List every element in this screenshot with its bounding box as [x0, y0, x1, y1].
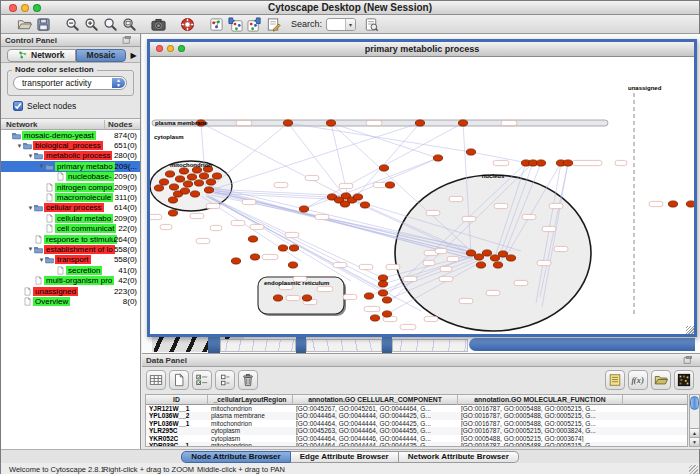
network-edge[interactable] — [331, 123, 438, 158]
search-dropdown-arrow-icon[interactable]: ▾ — [345, 19, 355, 30]
column-header-2[interactable]: annotation.GO CELLULAR_COMPONENT — [293, 395, 458, 405]
network-node[interactable] — [490, 255, 499, 261]
search-input[interactable]: ▾ — [326, 18, 356, 31]
network-edge[interactable] — [288, 123, 346, 198]
save-session-icon[interactable] — [35, 16, 52, 33]
scroll-down-button[interactable]: ▼ — [690, 437, 699, 446]
column-header-3[interactable]: annotation.GO MOLECULAR_FUNCTION — [458, 395, 623, 405]
open-session-icon[interactable] — [16, 16, 33, 33]
network-node[interactable] — [250, 254, 259, 260]
network-node[interactable] — [326, 120, 335, 126]
expand-arrow-icon[interactable]: ▼ — [38, 163, 45, 169]
select-attributes-icon[interactable] — [192, 370, 212, 390]
tab-edge-attribute-browser[interactable]: Edge Attribute Browser — [291, 451, 399, 463]
tree-item-nitrogen-compo[interactable]: nitrogen compo209(0) — [1, 182, 140, 192]
table-row[interactable]: YJR121W__1mitochondrion[GO:0045267, GO:0… — [146, 405, 687, 412]
tree-item-multi-organism-pro[interactable]: multi-organism pro42(0) — [1, 275, 140, 285]
network-node[interactable] — [231, 258, 240, 264]
network-node[interactable] — [248, 236, 257, 242]
network-node[interactable] — [353, 194, 362, 200]
network-node[interactable] — [194, 180, 203, 186]
function-builder-icon[interactable]: f(x) — [628, 370, 648, 390]
float-panel-icon[interactable] — [678, 352, 697, 369]
annotation-tool-icon[interactable] — [265, 16, 282, 33]
zoom-fit-icon[interactable] — [121, 16, 138, 33]
scroll-up-button[interactable]: ▲ — [690, 428, 699, 437]
network-node[interactable] — [206, 179, 215, 185]
network-node[interactable] — [498, 251, 507, 257]
import-network-icon[interactable] — [227, 16, 244, 33]
network-node[interactable] — [370, 315, 379, 321]
network-node[interactable] — [190, 191, 199, 197]
tree-item-mosaic-demo-yeast[interactable]: mosaic-demo-yeast874(0) — [1, 130, 140, 140]
tree-item-cellular-process[interactable]: ▼cellular process614(0) — [1, 203, 140, 213]
network-node[interactable] — [360, 202, 369, 208]
network-node[interactable] — [283, 120, 292, 126]
window-resize-grip[interactable] — [686, 326, 694, 334]
network-node[interactable] — [278, 245, 287, 251]
network-node[interactable] — [168, 197, 177, 203]
network-node[interactable] — [154, 185, 163, 191]
export-network-icon[interactable] — [246, 16, 263, 33]
network-view-window[interactable]: primary metabolic process plasma membran… — [147, 39, 697, 337]
node-color-dropdown[interactable]: transporter activity ▲▼ — [13, 76, 127, 90]
tab-network[interactable]: Network — [7, 49, 76, 62]
network-node[interactable] — [273, 295, 282, 301]
attribute-pair-icon[interactable] — [215, 370, 235, 390]
network-node[interactable] — [179, 168, 188, 174]
tab-mosaic[interactable]: Mosaic — [76, 49, 127, 62]
network-node[interactable] — [183, 181, 192, 187]
column-header-0[interactable]: ID — [146, 395, 208, 405]
tree-item-response-to-stimulu[interactable]: response to stimulu264(0) — [1, 234, 140, 244]
zoom-out-icon[interactable] — [64, 16, 81, 33]
tree-item-primary-metabo[interactable]: ▼primary metabo209(... — [1, 161, 140, 171]
network-node[interactable] — [289, 245, 298, 251]
tree-item-cell-communicat[interactable]: cell communicat22(0) — [1, 224, 140, 234]
network-node[interactable] — [458, 120, 467, 126]
network-node[interactable] — [199, 173, 208, 179]
import-attributes-icon[interactable] — [651, 370, 671, 390]
network-node[interactable] — [482, 250, 491, 256]
notes-icon[interactable] — [605, 370, 625, 390]
tree-item-nucleobase-[interactable]: nucleobase-209(0) — [1, 172, 140, 182]
network-node[interactable] — [340, 201, 349, 207]
float-panel-icon[interactable] — [118, 32, 135, 49]
table-row[interactable]: YDR039C__1mitochondrion[GO:0044464, GO:0… — [146, 442, 687, 446]
tree-item-cellular-metabo[interactable]: cellular metabo209(0) — [1, 213, 140, 223]
expand-arrow-icon[interactable]: ▼ — [27, 153, 34, 159]
checkbox-checked-icon[interactable] — [13, 101, 23, 111]
network-node[interactable] — [385, 182, 394, 188]
delete-attribute-icon[interactable] — [238, 370, 258, 390]
network-node[interactable] — [466, 149, 475, 155]
network-node[interactable] — [169, 184, 178, 190]
network-node[interactable] — [187, 174, 196, 180]
network-node[interactable] — [382, 311, 391, 317]
network-node[interactable] — [563, 160, 572, 166]
new-attribute-icon[interactable] — [169, 370, 189, 390]
table-row[interactable]: YKR052Ccytoplasm[GO:0044464, GO:0044446,… — [146, 435, 687, 442]
network-node[interactable] — [165, 171, 174, 177]
search-config-icon[interactable] — [363, 16, 380, 33]
expand-arrow-icon[interactable]: ▼ — [27, 246, 34, 252]
network-node[interactable] — [474, 254, 483, 260]
network-node[interactable] — [180, 188, 189, 194]
tree-item-establishment-of-lo[interactable]: ▼establishment of lo558(0) — [1, 244, 140, 254]
zoom-selected-icon[interactable] — [102, 16, 119, 33]
float-panel-icon[interactable] — [679, 352, 696, 369]
network-node[interactable] — [493, 262, 502, 268]
network-edge[interactable] — [206, 123, 288, 191]
network-node[interactable] — [288, 262, 297, 268]
snapshot-icon[interactable] — [150, 16, 167, 33]
table-row[interactable]: YPL036W__1mitochondrion[GO:0044464, GO:0… — [146, 420, 687, 427]
network-node[interactable] — [476, 262, 485, 268]
expand-arrow-icon[interactable]: ▼ — [27, 205, 34, 211]
tree-item-overview[interactable]: Overview8(0) — [1, 296, 140, 306]
tab-node-attribute-browser[interactable]: Node Attribute Browser — [181, 451, 291, 463]
network-edge[interactable] — [288, 123, 471, 152]
network-node[interactable] — [212, 173, 221, 179]
expand-arrow-icon[interactable]: ▼ — [38, 257, 45, 263]
tree-item-secretion[interactable]: secretion41(0) — [1, 265, 140, 275]
network-node[interactable] — [204, 187, 213, 193]
tree-item-biological-process[interactable]: ▼biological_process651(0) — [1, 140, 140, 150]
network-node[interactable] — [364, 293, 373, 299]
